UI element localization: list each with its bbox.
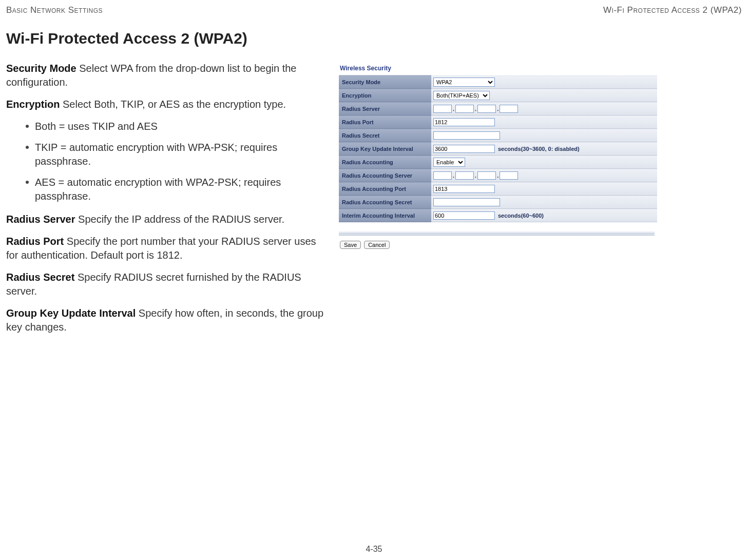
divider [339, 231, 655, 236]
radius-server-octet-3[interactable] [477, 105, 496, 113]
row-radius-accounting-secret: Radius Accounting Secret [339, 196, 657, 209]
radius-acct-server-octet-2[interactable] [455, 171, 474, 180]
dot-separator: . [474, 172, 477, 179]
radius-secret-input[interactable] [433, 131, 500, 140]
header-right: Wi-Fi Protected Access 2 (WPA2) [603, 5, 742, 15]
field-label: Radius Accounting [339, 156, 431, 169]
radius-acct-secret-input[interactable] [433, 198, 500, 206]
dot-separator: . [452, 172, 455, 179]
term: Radius Secret [6, 272, 74, 283]
bullet-icon [26, 181, 29, 184]
wireless-security-panel: Wireless Security Security Mode WPA2 Enc… [339, 63, 657, 249]
def-radius-secret: Radius Secret Specify RADIUS secret furn… [6, 271, 329, 298]
page-title: Wi-Fi Protected Access 2 (WPA2) [6, 30, 742, 47]
group-key-hint: seconds(30~3600, 0: disabled) [495, 146, 580, 152]
def-radius-server: Radius Server Specify the IP address of … [6, 213, 329, 226]
term: Encryption [6, 99, 60, 110]
settings-table: Security Mode WPA2 Encryption Both(TKIP+… [339, 75, 657, 222]
row-interim-interval: Interim Accounting Interval seconds(60~6… [339, 209, 657, 222]
bullet-text: Both = uses TKIP and AES [35, 120, 158, 133]
row-group-key: Group Key Update Interval seconds(30~360… [339, 142, 657, 156]
panel-title: Wireless Security [339, 63, 657, 75]
dot-separator: . [496, 106, 500, 112]
field-label: Radius Server [339, 102, 431, 115]
page-number: 4-35 [0, 545, 748, 554]
field-label: Radius Accounting Server [339, 169, 431, 182]
row-security-mode: Security Mode WPA2 [339, 75, 657, 89]
term: Security Mode [6, 63, 76, 74]
save-button[interactable]: Save [340, 241, 361, 249]
term-text: Specify the IP address of the RADIUS ser… [75, 214, 285, 225]
bullet-icon [26, 146, 29, 149]
radius-acct-server-octet-1[interactable] [433, 171, 452, 180]
dot-separator: . [496, 172, 500, 179]
radius-accounting-select[interactable]: Enable [433, 158, 465, 167]
field-label: Encryption [339, 89, 431, 102]
encryption-bullets: Both = uses TKIP and AES TKIP = automati… [6, 120, 329, 203]
field-label: Radius Accounting Port [339, 182, 431, 196]
field-label: Security Mode [339, 75, 431, 89]
radius-acct-server-octet-4[interactable] [500, 171, 518, 180]
row-radius-accounting-server: Radius Accounting Server ... [339, 169, 657, 182]
radius-port-input[interactable] [433, 118, 495, 126]
radius-acct-port-input[interactable] [433, 185, 495, 193]
term: Radius Port [6, 236, 64, 247]
radius-acct-server-octet-3[interactable] [477, 171, 496, 180]
description-column: Security Mode Select WPA from the drop-d… [6, 62, 329, 342]
field-label: Interim Accounting Interval [339, 209, 431, 222]
dot-separator: . [452, 106, 455, 112]
row-encryption: Encryption Both(TKIP+AES) [339, 89, 657, 102]
field-label: Radius Secret [339, 129, 431, 142]
def-encryption: Encryption Select Both, TKIP, or AES as … [6, 98, 329, 111]
button-row: Save Cancel [339, 241, 657, 249]
field-label: Radius Accounting Secret [339, 196, 431, 209]
term-text: Select Both, TKIP, or AES as the encrypt… [60, 99, 286, 110]
def-radius-port: Radius Port Specify the port number that… [6, 235, 329, 262]
row-radius-port: Radius Port [339, 115, 657, 129]
term: Radius Server [6, 214, 75, 225]
interim-hint: seconds(60~600) [495, 213, 544, 219]
radius-server-octet-1[interactable] [433, 105, 452, 113]
radius-server-octet-4[interactable] [500, 105, 518, 113]
page-header: Basic Network Settings Wi-Fi Protected A… [6, 5, 742, 15]
list-item: TKIP = automatic encryption with WPA-PSK… [26, 141, 329, 168]
dot-separator: . [474, 106, 477, 112]
def-security-mode: Security Mode Select WPA from the drop-d… [6, 62, 329, 89]
bullet-text: TKIP = automatic encryption with WPA-PSK… [35, 141, 329, 168]
header-left: Basic Network Settings [6, 5, 103, 15]
list-item: Both = uses TKIP and AES [26, 120, 329, 133]
interim-interval-input[interactable] [433, 211, 495, 220]
group-key-input[interactable] [433, 145, 495, 153]
row-radius-server: Radius Server ... [339, 102, 657, 115]
def-group-key: Group Key Update Interval Specify how of… [6, 306, 329, 334]
cancel-button[interactable]: Cancel [364, 241, 390, 249]
bullet-icon [26, 125, 29, 128]
security-mode-select[interactable]: WPA2 [433, 78, 495, 87]
radius-server-octet-2[interactable] [455, 105, 474, 113]
field-label: Group Key Update Interval [339, 142, 431, 156]
bullet-text: AES = automatic encryption with WPA2-PSK… [35, 176, 329, 203]
term: Group Key Update Interval [6, 307, 136, 319]
field-label: Radius Port [339, 115, 431, 129]
screenshot-column: Wireless Security Security Mode WPA2 Enc… [339, 62, 742, 342]
row-radius-accounting-port: Radius Accounting Port [339, 182, 657, 196]
encryption-select[interactable]: Both(TKIP+AES) [433, 91, 490, 100]
list-item: AES = automatic encryption with WPA2-PSK… [26, 176, 329, 203]
row-radius-accounting: Radius Accounting Enable [339, 156, 657, 169]
row-radius-secret: Radius Secret [339, 129, 657, 142]
